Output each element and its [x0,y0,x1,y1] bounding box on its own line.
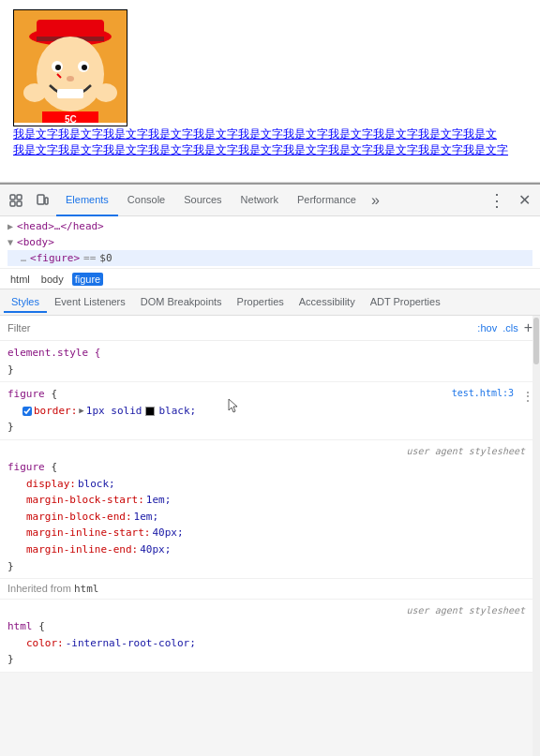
margin-inline-start-property: margin-inline-start: 40px; [8,525,532,541]
dom-tree-figure[interactable]: … <figure> == $0 [8,250,532,266]
tab-styles[interactable]: Styles [4,292,47,313]
element-style-selector: element.style { [8,347,100,359]
margin-block-start-property: margin-block-start: 1em; [8,492,532,509]
devtools-toolbar: Elements Console Sources Network Perform… [0,185,540,216]
svg-point-7 [55,65,61,70]
svg-point-10 [67,76,74,82]
devtools-tabs: Elements Console Sources Network Perform… [56,185,481,216]
browser-content: 5C 我是文字我是文字我是文字我是文字我是文字我是文字我是文字我是文字我是文字我… [0,0,540,183]
svg-rect-16 [10,195,15,200]
html-ua-rule: user agent stylesheet html { color: -int… [0,600,540,673]
styles-panel: :hov .cls + element.style { } test.html:… [0,316,540,673]
tab-console[interactable]: Console [118,185,174,216]
mis-value: 40px; [152,525,183,541]
luffy-image: 5C [14,10,127,123]
devtools-close-button[interactable]: ✕ [513,187,536,213]
scrollbar-thumb[interactable] [533,318,539,364]
html-ua-closing: } [8,651,532,668]
dom-path-html[interactable]: html [8,273,33,286]
cls-button[interactable]: .cls [502,322,518,334]
border-value-black: black; [158,403,196,420]
devtools-panel: Elements Console Sources Network Perform… [0,183,540,756]
styles-scrollbar[interactable] [532,316,540,756]
display-name: display: [22,476,76,493]
inspect-element-button[interactable] [4,188,28,213]
border-property: border: ▶ 1px solid black; [8,403,532,420]
tab-sources[interactable]: Sources [174,185,231,216]
figure-border-closing: } [8,419,532,436]
svg-point-12 [23,83,46,102]
color-property: color: -internal-root-color; [8,635,532,652]
device-toggle-button[interactable] [30,188,54,213]
figure-border-rule: test.html:3 ⋮ figure { border: ▶ 1px sol… [0,382,540,440]
tab-properties[interactable]: Properties [230,292,292,313]
figure-ua-selector: figure { [8,459,532,476]
inherited-label: Inherited from html [0,579,540,600]
mis-name: margin-inline-start: [22,525,150,541]
inherited-tag: html [74,583,99,595]
mbe-value: 1em; [134,509,159,526]
tab-dom-breakpoints[interactable]: DOM Breakpoints [133,292,230,313]
mie-name: margin-inline-end: [22,541,138,558]
figure-ua-closing: } [8,558,532,575]
mbs-name: margin-block-start: [22,492,144,509]
figure-ua-label: user agent stylesheet [8,444,532,459]
border-checkbox[interactable] [22,407,32,416]
display-property: display: block; [8,476,532,493]
dom-path-body[interactable]: body [38,273,67,286]
color-value: -internal-root-color; [66,635,196,652]
tab-adt-properties[interactable]: ADT Properties [363,292,448,313]
tab-performance[interactable]: Performance [288,185,366,216]
margin-inline-end-property: margin-inline-end: 40px; [8,541,532,558]
filter-bar: :hov .cls + [0,316,540,341]
svg-point-4 [37,37,104,111]
svg-point-8 [82,65,87,70]
display-value: block; [78,476,115,493]
margin-block-end-property: margin-block-end: 1em; [8,509,532,526]
figure-caption: 我是文字我是文字我是文字我是文字我是文字我是文字我是文字我是文字我是文字我是文字… [13,126,510,158]
figure-element: 5C [13,9,128,126]
mbe-name: margin-block-end: [22,509,132,526]
svg-rect-21 [45,198,48,204]
border-triangle[interactable]: ▶ [79,404,83,417]
element-style-rule: element.style { } [0,341,540,382]
mie-value: 40px; [140,541,171,558]
border-value-1px: 1px solid [86,403,142,420]
element-style-closing: } [8,362,532,378]
color-swatch-black[interactable] [145,407,155,416]
html-ua-selector: html { [8,618,532,635]
mbs-value: 1em; [146,492,172,509]
styles-tabs: Styles Event Listeners DOM Breakpoints P… [0,289,540,316]
more-tabs-button[interactable]: » [366,188,385,213]
svg-text:5C: 5C [65,114,77,123]
styles-filter-input[interactable] [8,322,472,334]
dom-path: html body figure [0,269,540,289]
add-style-button[interactable]: + [524,319,532,336]
dom-path-figure[interactable]: figure [72,273,104,286]
hov-button[interactable]: :hov [477,322,497,334]
styles-panel-wrapper: :hov .cls + element.style { } test.html:… [0,316,540,756]
svg-rect-11 [57,89,83,98]
figure-rule-source[interactable]: test.html:3 [452,386,514,401]
tab-elements[interactable]: Elements [56,185,118,216]
figure-ua-rule: user agent stylesheet figure { display: … [0,440,540,579]
dom-tree-head[interactable]: ▶ <head>…</head> [8,218,532,234]
dom-tree-body[interactable]: ▼ <body> [8,234,532,250]
tab-accessibility[interactable]: Accessibility [292,292,363,313]
color-name: color: [22,635,64,652]
svg-rect-19 [17,201,22,206]
svg-rect-18 [10,201,15,206]
border-prop-name: border: [34,403,77,420]
svg-rect-20 [38,195,44,204]
tab-event-listeners[interactable]: Event Listeners [47,292,133,313]
svg-point-13 [95,83,117,102]
devtools-menu-button[interactable]: ⋮ [483,186,511,215]
html-ua-label: user agent stylesheet [8,603,532,618]
svg-rect-17 [17,195,22,200]
tab-network[interactable]: Network [232,185,288,216]
